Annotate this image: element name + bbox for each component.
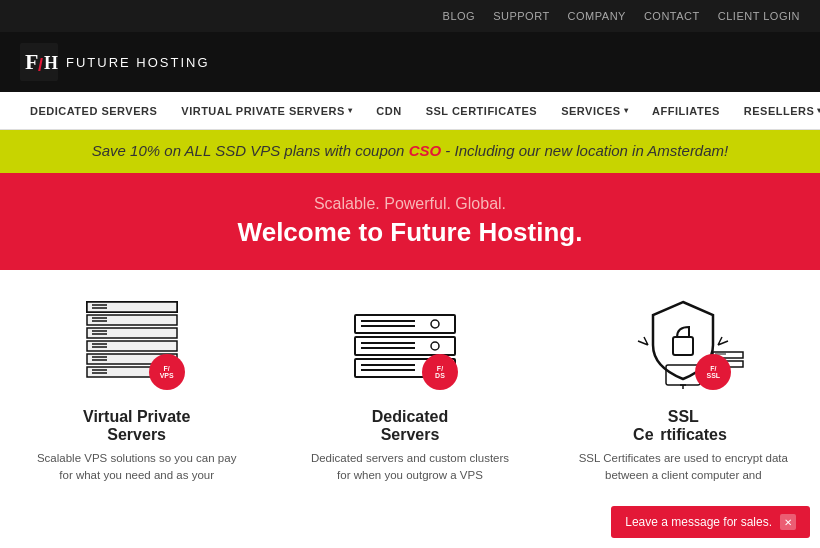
- hero-subtitle: Scalable. Powerful. Global.: [20, 195, 800, 213]
- hero-section: Scalable. Powerful. Global. Welcome to F…: [0, 173, 820, 270]
- header: F / H FUTURE HOSTING: [0, 32, 820, 92]
- promo-text-after: - Including our new location in Amsterda…: [441, 142, 728, 159]
- nav-services[interactable]: SERVICES ▾: [551, 92, 638, 130]
- svg-rect-14: [87, 341, 177, 351]
- nav-dedicated-servers[interactable]: DEDICATED SERVERS: [20, 92, 167, 130]
- vps-title: Virtual PrivateServers: [32, 408, 242, 444]
- dedicated-badge: F/DS: [422, 354, 458, 390]
- promo-bar: Save 10% on ALL SSD VPS plans with coupo…: [0, 130, 820, 173]
- ssl-desc: SSL Certificates are used to encrypt dat…: [578, 450, 788, 485]
- svg-text:H: H: [44, 53, 58, 73]
- client-login-link[interactable]: CLIENT LOGIN: [718, 10, 800, 22]
- hero-title: Welcome to Future Hosting.: [20, 217, 800, 248]
- sales-chat-bubble[interactable]: Leave a message for sales. ✕: [611, 506, 810, 538]
- services-arrow-icon: ▾: [624, 106, 629, 115]
- svg-point-30: [431, 342, 439, 350]
- logo[interactable]: F / H FUTURE HOSTING: [20, 43, 210, 81]
- svg-rect-8: [87, 315, 177, 325]
- logo-icon: F / H: [20, 43, 58, 81]
- dedicated-title: DedicatedServers: [305, 408, 515, 444]
- features-section: F/VPS Virtual PrivateServers Scalable VP…: [0, 270, 820, 485]
- promo-coupon: CSO: [409, 142, 442, 159]
- nav-resellers[interactable]: RESELLERS ▾: [734, 92, 820, 130]
- nav-cdn[interactable]: CDN: [366, 92, 411, 130]
- svg-rect-5: [87, 302, 177, 312]
- top-bar: BLOG SUPPORT COMPANY CONTACT CLIENT LOGI…: [0, 0, 820, 32]
- svg-text:F: F: [25, 49, 38, 74]
- promo-text-before: Save 10% on ALL SSD VPS plans with coupo…: [92, 142, 409, 159]
- feature-dedicated: F/DS DedicatedServers Dedicated servers …: [290, 290, 530, 485]
- nav-affiliates[interactable]: AFFILIATES: [642, 92, 730, 130]
- blog-link[interactable]: BLOG: [443, 10, 476, 22]
- feature-ssl-icon-wrap: F/SSL: [578, 290, 788, 400]
- feature-dedicated-icon-wrap: F/DS: [305, 290, 515, 400]
- dedicated-desc: Dedicated servers and custom clusters fo…: [305, 450, 515, 485]
- vps-badge: F/VPS: [149, 354, 185, 390]
- ssl-title: SSLCertificates: [578, 408, 788, 444]
- vps-arrow-icon: ▾: [348, 106, 353, 115]
- svg-point-26: [431, 320, 439, 328]
- ssl-badge: F/SSL: [695, 354, 731, 390]
- svg-rect-11: [87, 328, 177, 338]
- logo-text: FUTURE HOSTING: [66, 55, 210, 70]
- company-link[interactable]: COMPANY: [568, 10, 626, 22]
- feature-ssl: F/SSL SSLCertificates SSL Certificates a…: [563, 290, 803, 485]
- svg-rect-23: [355, 315, 455, 333]
- feature-vps-icon-wrap: F/VPS: [32, 290, 242, 400]
- nav-vps[interactable]: VIRTUAL PRIVATE SERVERS ▾: [171, 92, 362, 130]
- svg-text:/: /: [38, 55, 43, 75]
- svg-rect-27: [355, 337, 455, 355]
- nav-bar: DEDICATED SERVERS VIRTUAL PRIVATE SERVER…: [0, 92, 820, 130]
- contact-link[interactable]: CONTACT: [644, 10, 700, 22]
- vps-desc: Scalable VPS solutions so you can pay fo…: [32, 450, 242, 485]
- feature-vps: F/VPS Virtual PrivateServers Scalable VP…: [17, 290, 257, 485]
- svg-rect-35: [673, 337, 693, 355]
- support-link[interactable]: SUPPORT: [493, 10, 549, 22]
- sales-chat-close[interactable]: ✕: [780, 514, 796, 530]
- nav-ssl[interactable]: SSL CERTIFICATES: [416, 92, 548, 130]
- sales-chat-label: Leave a message for sales.: [625, 515, 772, 529]
